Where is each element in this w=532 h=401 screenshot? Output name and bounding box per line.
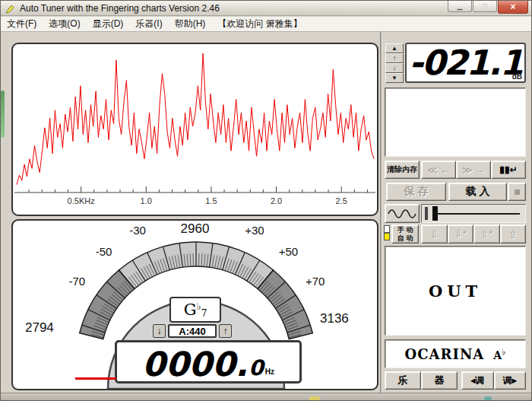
save-button[interactable]: 保 存: [386, 183, 446, 201]
slider-groove[interactable]: [437, 213, 520, 215]
close-icon: ×: [510, 2, 515, 12]
window-title: Auto Tuner with the Fingering charts Ver…: [20, 3, 220, 14]
level-up-button[interactable]: ↑: [385, 53, 404, 63]
svg-text:2.0: 2.0: [271, 196, 282, 205]
level-down-button[interactable]: ↓: [385, 63, 404, 73]
signal-indicator-line: [75, 377, 116, 380]
application-window: Auto Tuner with the Fingering charts Ver…: [0, 0, 532, 401]
svg-text:-50: -50: [96, 245, 112, 258]
frequency-display: 0000. 0 Hz: [115, 340, 302, 383]
svg-text:1.0: 1.0: [141, 196, 152, 205]
frequency-value: 0000.: [142, 351, 248, 377]
spectrum-panel: 0.5KHz1.01.52.02.5: [11, 43, 378, 216]
up-icon: ↑: [393, 55, 396, 62]
app-icon: [5, 3, 15, 14]
key-select-group: ◂调 调▸: [461, 371, 526, 390]
gauge-min-frequency-label: 2794: [25, 320, 54, 336]
instrument-name: OCARINA: [405, 346, 485, 362]
gauge-center-frequency-label: 2960: [13, 221, 377, 237]
frequency-unit: Hz: [265, 368, 274, 376]
minimize-icon: ▁: [458, 2, 463, 10]
wallpaper-artifact: [484, 396, 492, 400]
note-octave: 7: [201, 308, 207, 319]
panel-divider: [380, 32, 382, 393]
instrument-button-right[interactable]: 器: [421, 371, 458, 390]
up-arrow-icon: ↑: [223, 326, 228, 336]
tuner-gauge-panel: -70-50-30+30+50+70 2960 2794 3136 G ♭ 7 …: [11, 219, 378, 390]
gauge-max-frequency-label: 3136: [320, 311, 349, 326]
pitch-reference-display: A:440: [168, 324, 217, 338]
menu-file[interactable]: 文件(F): [1, 16, 43, 32]
octave-shift-group: ⇩ ⇩* ⇧* ⇧: [421, 224, 526, 243]
up-fast-icon: ▲: [391, 45, 397, 52]
window-controls: ▁ □ ×: [447, 1, 528, 14]
maximize-button[interactable]: □: [473, 1, 497, 12]
menu-instrument[interactable]: 乐器(I): [129, 16, 168, 32]
svg-text:1.5: 1.5: [205, 196, 217, 205]
auto-indicator: [384, 233, 390, 240]
instrument-button-left[interactable]: 乐: [385, 371, 421, 390]
wallpaper-artifact: [309, 396, 320, 400]
svg-text:0.5KHz: 0.5KHz: [68, 196, 95, 205]
octave-up-button[interactable]: ⇧: [500, 224, 527, 243]
note-display: G ♭ 7: [169, 297, 221, 323]
menu-welcome-link[interactable]: 【欢迎访问 箫雅集】: [211, 16, 308, 32]
octave-up-fine-button[interactable]: ⇧*: [473, 224, 500, 243]
window-bottom-edge: [1, 393, 531, 401]
down-icon: ↓: [393, 65, 396, 72]
wallpaper-artifact: [1, 91, 5, 138]
octave-down-button[interactable]: ⇩: [421, 224, 448, 243]
note-letter: G: [184, 301, 197, 319]
waveform-button[interactable]: [385, 204, 420, 223]
manual-label: 手 动: [397, 226, 413, 234]
spectrum-chart: 0.5KHz1.01.52.02.5: [13, 44, 377, 215]
menu-bar: 文件(F) 选项(O) 显示(D) 乐器(I) 帮助(H) 【欢迎访问 箫雅集】: [1, 17, 531, 32]
instrument-select-group: 乐 器: [385, 371, 458, 390]
octave-down-fine-button[interactable]: ⇩*: [448, 224, 474, 243]
forward-button[interactable]: ≫ →: [456, 161, 491, 179]
stop-icon: [515, 189, 520, 195]
minimize-button[interactable]: ▁: [448, 1, 472, 12]
key-accidental: ♭: [502, 347, 505, 357]
svg-text:+50: +50: [279, 245, 298, 258]
pitch-up-button[interactable]: ↑: [219, 324, 232, 338]
manual-indicator: [384, 225, 390, 233]
title-bar[interactable]: Auto Tuner with the Fingering charts Ver…: [1, 1, 531, 16]
manual-auto-toggle[interactable]: 手 动 自 动: [391, 224, 419, 243]
memory-list[interactable]: [385, 88, 526, 157]
down-fast-icon: ▼: [391, 75, 397, 81]
maximize-icon: □: [483, 2, 486, 10]
mode-indicator: [384, 225, 391, 240]
menu-options[interactable]: 选项(O): [43, 16, 86, 32]
instrument-display: OCARINA A♭: [385, 339, 526, 368]
pitch-reference-row: ↓ A:440 ↑: [153, 324, 232, 338]
menu-display[interactable]: 显示(D): [87, 16, 130, 32]
close-button[interactable]: ×: [498, 1, 528, 14]
menu-help[interactable]: 帮助(H): [169, 16, 212, 32]
level-spinner: ▲ ↑ ↓ ▼: [385, 43, 404, 83]
pitch-down-button[interactable]: ↓: [153, 324, 166, 338]
level-up-fast-button[interactable]: ▲: [385, 43, 404, 53]
down-arrow-icon: ↓: [157, 326, 162, 336]
svg-text:-70: -70: [68, 275, 85, 288]
instrument-key: A♭: [493, 347, 505, 361]
slider-tick: [425, 207, 428, 220]
sine-wave-icon: [387, 206, 417, 221]
level-slider[interactable]: [421, 204, 526, 223]
level-display: -021.1 dB: [405, 43, 526, 83]
stop-button[interactable]: [508, 183, 526, 201]
output-display: OUT: [385, 246, 526, 336]
auto-label: 自 动: [397, 234, 413, 242]
key-up-button[interactable]: 调▸: [494, 371, 527, 390]
frequency-decimal: 0: [249, 359, 263, 377]
load-button[interactable]: 载 入: [448, 183, 507, 201]
transport-group: ≪ ← ≫ → ▮▮↵: [421, 161, 526, 179]
level-down-fast-button[interactable]: ▼: [385, 73, 404, 83]
level-value: -021.1: [409, 43, 522, 83]
clear-memory-button[interactable]: 清除内存: [385, 161, 420, 179]
key-down-button[interactable]: ◂调: [461, 371, 494, 390]
output-label: OUT: [429, 282, 482, 301]
svg-text:2.5: 2.5: [336, 196, 347, 205]
rewind-button[interactable]: ≪ ←: [421, 161, 456, 179]
pause-button[interactable]: ▮▮↵: [491, 161, 526, 179]
